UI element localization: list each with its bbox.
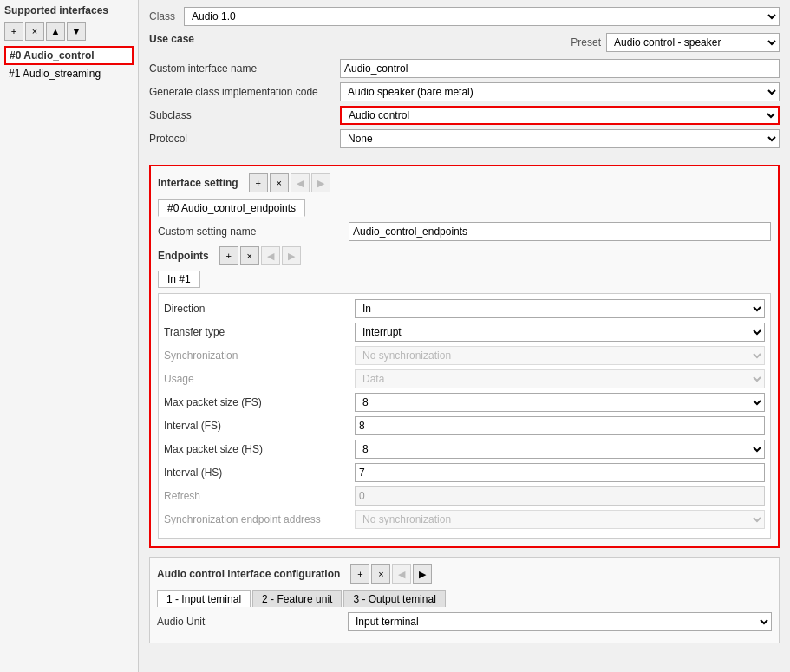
config-tab-output-terminal[interactable]: 3 - Output teminal [343, 590, 445, 607]
sync-endpoint-address-row: Synchronization endpoint address No sync… [164, 510, 765, 529]
sidebar-add-button[interactable]: + [4, 22, 23, 41]
custom-interface-name-row: Custom interface name Audio_control [149, 59, 780, 78]
max-packet-size-hs-label: Max packet size (HS) [164, 443, 355, 455]
interface-setting-tab-bar: #0 Audio_control_endpoints [158, 199, 771, 217]
interface-setting-prev-button[interactable]: ◀ [291, 173, 310, 192]
usage-label: Usage [164, 373, 355, 385]
protocol-row: Protocol None [149, 129, 780, 148]
audio-config-prev-button[interactable]: ◀ [392, 564, 411, 584]
direction-select[interactable]: In [355, 299, 765, 318]
custom-interface-name-input[interactable]: Audio_control [340, 59, 780, 78]
class-select[interactable]: Audio 1.0 [184, 7, 780, 26]
max-packet-size-fs-label: Max packet size (FS) [164, 396, 355, 408]
subclass-select[interactable]: Audio control [340, 106, 780, 125]
max-packet-size-hs-row: Max packet size (HS) 8 [164, 440, 765, 459]
interface-setting-box: Interface setting + × ◀ ▶ #0 Audio_contr… [149, 165, 780, 548]
endpoints-prev-button[interactable]: ◀ [261, 246, 280, 265]
audio-unit-label: Audio Unit [157, 616, 348, 628]
interface-setting-next-button[interactable]: ▶ [311, 173, 330, 192]
interface-setting-tab[interactable]: #0 Audio_control_endpoints [158, 199, 305, 217]
endpoint-tab-in1[interactable]: In #1 [158, 271, 200, 288]
audio-config-title: Audio control interface configuration [157, 568, 340, 580]
refresh-row: Refresh 0 [164, 486, 765, 506]
usage-row: Usage Data [164, 369, 765, 388]
max-packet-size-fs-select[interactable]: 8 [355, 393, 765, 412]
generate-class-row: Generate class implementation code Audio… [149, 82, 780, 101]
transfer-type-row: Transfer type Interrupt [164, 323, 765, 342]
endpoint-tab-bar: In #1 [158, 271, 771, 288]
endpoints-next-button[interactable]: ▶ [282, 246, 301, 265]
sidebar-up-button[interactable]: ▲ [46, 22, 65, 41]
sidebar: Supported interfaces + × ▲ ▼ #0 Audio_co… [0, 0, 139, 672]
synchronization-label: Synchronization [164, 349, 355, 362]
preset-label: Preset [571, 36, 601, 49]
audio-unit-select[interactable]: Input terminal [348, 612, 772, 631]
generate-class-select[interactable]: Audio speaker (bare metal) [340, 82, 780, 101]
interface-setting-title: Interface setting [158, 177, 238, 189]
usage-select[interactable]: Data [355, 369, 765, 388]
preset-select[interactable]: Audio control - speaker [606, 33, 780, 52]
generate-class-label: Generate class implementation code [149, 86, 340, 98]
sidebar-toolbar: + × ▲ ▼ [4, 22, 134, 41]
direction-row: Direction In [164, 299, 765, 318]
interval-hs-input[interactable]: 7 [355, 463, 765, 482]
audio-config-box: Audio control interface configuration + … [149, 557, 780, 643]
config-tab-bar: 1 - Input teminal 2 - Feature unit 3 - O… [157, 590, 772, 607]
refresh-input: 0 [355, 486, 765, 506]
sidebar-item-audio-streaming[interactable]: #1 Audio_streaming [4, 65, 134, 82]
audio-unit-row: Audio Unit Input terminal [157, 612, 772, 631]
sidebar-title: Supported interfaces [4, 4, 134, 16]
refresh-label: Refresh [164, 490, 355, 502]
interval-fs-row: Interval (FS) 8 [164, 416, 765, 435]
endpoints-toolbar: + × ◀ ▶ [219, 246, 301, 265]
audio-config-remove-button[interactable]: × [371, 564, 390, 584]
main-container: Supported interfaces + × ▲ ▼ #0 Audio_co… [0, 0, 790, 672]
sidebar-item-audio-control[interactable]: #0 Audio_control [4, 46, 134, 65]
endpoints-label: Endpoints [158, 250, 209, 262]
sync-endpoint-address-select[interactable]: No synchronization [355, 510, 765, 529]
use-case-section-label: Use case [149, 33, 194, 45]
use-case-fields: Custom interface name Audio_control Gene… [149, 55, 780, 156]
config-tab-feature-unit[interactable]: 2 - Feature unit [252, 590, 342, 607]
custom-setting-name-row: Custom setting name Audio_control_endpoi… [158, 222, 771, 241]
endpoints-add-button[interactable]: + [219, 246, 238, 265]
transfer-type-select[interactable]: Interrupt [355, 323, 765, 342]
class-label: Class [149, 10, 175, 23]
subclass-label: Subclass [149, 109, 340, 121]
interface-setting-remove-button[interactable]: × [270, 173, 289, 192]
endpoints-header: Endpoints + × ◀ ▶ [158, 246, 771, 265]
audio-config-toolbar: + × ◀ ▶ [350, 564, 432, 584]
direction-label: Direction [164, 303, 355, 315]
synchronization-select[interactable]: No synchronization [355, 346, 765, 365]
config-tab-input-terminal[interactable]: 1 - Input teminal [157, 590, 251, 607]
subclass-row: Subclass Audio control [149, 106, 780, 125]
sidebar-remove-button[interactable]: × [25, 22, 44, 41]
endpoints-remove-button[interactable]: × [240, 246, 259, 265]
interface-setting-header: Interface setting + × ◀ ▶ [158, 173, 771, 192]
transfer-type-label: Transfer type [164, 326, 355, 338]
audio-config-add-button[interactable]: + [350, 564, 369, 584]
interval-fs-input[interactable]: 8 [355, 416, 765, 435]
endpoints-section: Endpoints + × ◀ ▶ In #1 Direct [158, 246, 771, 539]
preset-row: Preset Audio control - speaker [571, 33, 780, 52]
synchronization-row: Synchronization No synchronization [164, 346, 765, 365]
protocol-select[interactable]: None [340, 129, 780, 148]
interval-hs-row: Interval (HS) 7 [164, 463, 765, 482]
content-area: Class Audio 1.0 Use case Preset Audio co… [139, 0, 790, 672]
interval-hs-label: Interval (HS) [164, 466, 355, 479]
audio-config-next-button[interactable]: ▶ [413, 564, 432, 584]
protocol-label: Protocol [149, 133, 340, 145]
max-packet-size-fs-row: Max packet size (FS) 8 [164, 393, 765, 412]
interface-setting-toolbar: + × ◀ ▶ [249, 173, 330, 192]
endpoint-fields: Direction In Transfer type Interrupt [158, 293, 771, 539]
interface-setting-add-button[interactable]: + [249, 173, 268, 192]
sync-endpoint-address-label: Synchronization endpoint address [164, 513, 355, 525]
class-row: Class Audio 1.0 [149, 7, 780, 26]
custom-setting-name-input[interactable]: Audio_control_endpoints [349, 222, 771, 241]
interval-fs-label: Interval (FS) [164, 420, 355, 432]
custom-setting-name-label: Custom setting name [158, 225, 349, 238]
max-packet-size-hs-select[interactable]: 8 [355, 440, 765, 459]
audio-config-header: Audio control interface configuration + … [157, 564, 772, 584]
custom-interface-name-label: Custom interface name [149, 62, 340, 75]
sidebar-down-button[interactable]: ▼ [67, 22, 86, 41]
